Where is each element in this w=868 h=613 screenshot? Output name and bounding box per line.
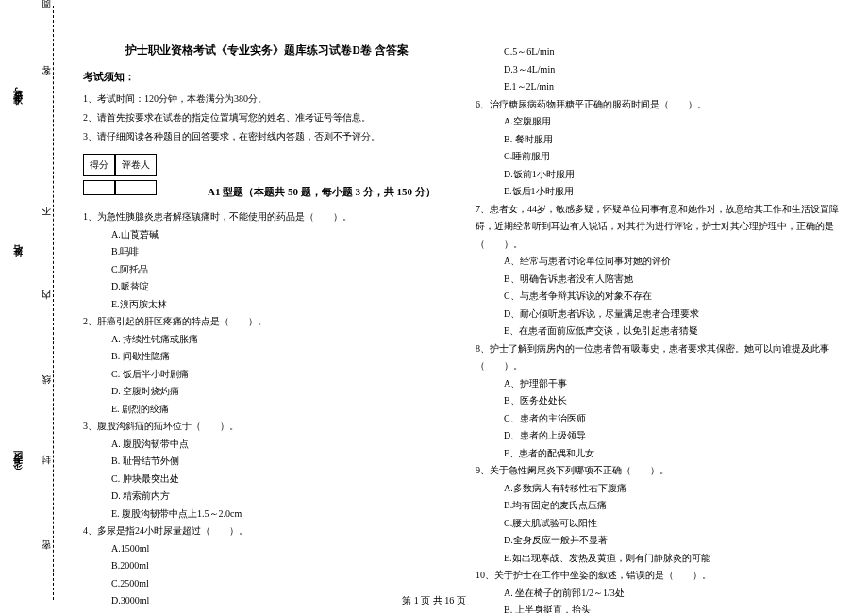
- q3-opt-b: B. 耻骨结节外侧: [111, 453, 451, 471]
- q2-opt-d: D. 空腹时烧灼痛: [111, 383, 451, 401]
- q2-opt-a: A. 持续性钝痛或胀痛: [111, 331, 451, 349]
- question-block: 1、为急性胰腺炎患者解痉镇痛时，不能使用的药品是（ ）。 A.山莨菪碱 B.吗啡…: [83, 208, 451, 613]
- reviewer-blank: [115, 180, 157, 195]
- admit-number-line: [25, 98, 25, 162]
- q9-opt-c: C.腰大肌试验可以阳性: [504, 515, 843, 533]
- q1-stem: 1、为急性胰腺炎患者解痉镇痛时，不能使用的药品是（ ）。: [83, 208, 451, 226]
- q6-opt-b: B. 餐时服用: [504, 131, 843, 149]
- binding-char-xian: 线: [40, 387, 53, 392]
- binding-char-nei: 内: [40, 302, 53, 307]
- left-column: 护士职业资格考试《专业实务》题库练习试卷D卷 含答案 考试须知： 1、考试时间：…: [83, 43, 451, 613]
- name-line: [25, 243, 25, 298]
- q2-stem: 2、肝癌引起的肝区疼痛的特点是（ ）。: [83, 313, 451, 331]
- binding-char-ke: 客: [40, 77, 53, 83]
- q6-opt-a: A.空腹服用: [504, 113, 843, 131]
- q1-opt-d: D.哌替啶: [111, 278, 451, 296]
- q3-opt-a: A. 腹股沟韧带中点: [111, 436, 451, 454]
- q2-opt-e: E. 剧烈的绞痛: [111, 401, 451, 419]
- q9-opt-e: E.如出现寒战、发热及黄疸，则有门静脉炎的可能: [504, 550, 843, 568]
- q7-opt-b: B、明确告诉患者没有人陪害她: [504, 271, 843, 289]
- binding-char-feng: 封: [40, 467, 53, 472]
- page-footer: 第 1 页 共 16 页: [0, 594, 868, 607]
- binding-margin: 圆 客 准考证号 不 姓名 内 线 封 省（市区） 密: [0, 0, 68, 604]
- q8-opt-e: E、患者的配偶和儿女: [504, 445, 843, 463]
- q2-opt-b: B. 间歇性隐痛: [111, 348, 451, 366]
- section-a1-heading: A1 型题（本题共 50 题，每小题 3 分，共 150 分）: [208, 180, 436, 203]
- q4-stem: 4、多尿是指24小时尿量超过（ ）。: [83, 522, 451, 540]
- q8-opt-a: A、护理部干事: [504, 375, 843, 393]
- instruction-1: 1、考试时间：120分钟，本卷满分为380分。: [83, 90, 451, 108]
- q7-opt-c: C、与患者争辩其诉说的对象不存在: [504, 288, 843, 306]
- score-row: 得分 评卷人: [83, 154, 451, 176]
- q4-opt-a: A.1500ml: [111, 540, 451, 558]
- q4-opt-b: B.2000ml: [111, 557, 451, 575]
- q2-opt-c: C. 饭后半小时剧痛: [111, 366, 451, 384]
- exam-title: 护士职业资格考试《专业实务》题库练习试卷D卷 含答案: [83, 43, 451, 58]
- q9-opt-d: D.全身反应一般并不显著: [504, 532, 843, 550]
- q5-opt-c: C.5～6L/min: [504, 43, 843, 61]
- q10-stem: 10、关于护士在工作中坐姿的叙述，错误的是（ ）。: [476, 567, 843, 585]
- score-blank: [83, 180, 115, 195]
- q7-opt-a: A、经常与患者讨论单位同事对她的评价: [504, 253, 843, 271]
- binding-char-circle: 圆: [40, 9, 53, 15]
- q1-opt-c: C.阿托品: [111, 261, 451, 279]
- province-line: [25, 441, 25, 515]
- q3-opt-d: D. 精索前内方: [111, 488, 451, 505]
- q1-opt-e: E.溴丙胺太林: [111, 296, 451, 314]
- notice-heading: 考试须知：: [83, 71, 451, 84]
- q3-stem: 3、腹股沟斜疝的疝环位于（ ）。: [83, 418, 451, 436]
- q1-opt-a: A.山莨菪碱: [111, 226, 451, 244]
- right-column: C.5～6L/min D.3～4L/min E.1～2L/min 6、治疗糖尿病…: [476, 43, 843, 613]
- instruction-2: 2、请首先按要求在试卷的指定位置填写您的姓名、准考证号等信息。: [83, 108, 451, 127]
- q7-stem: 7、患者女，44岁，敏感多疑，怀疑单位同事有意和她作对，故意给其工作和生活设置障…: [476, 201, 843, 254]
- q5-opt-e: E.1～2L/min: [504, 78, 843, 96]
- binding-char-mi: 密: [40, 552, 53, 557]
- q6-stem: 6、治疗糖尿病药物拜糖平正确的服药时间是（ ）。: [476, 96, 843, 114]
- q3-opt-c: C. 肿块最突出处: [111, 471, 451, 489]
- q4-opt-e: E.3500ml: [111, 610, 451, 614]
- q8-stem: 8、护士了解到病房内的一位患者曾有吸毒史，患者要求其保密。她可以向谁提及此事（ …: [476, 340, 843, 375]
- q7-opt-e: E、在患者面前应低声交谈，以免引起患者猜疑: [504, 323, 843, 340]
- q5-opt-d: D.3～4L/min: [504, 61, 843, 79]
- name-label: 姓名: [11, 259, 25, 265]
- q6-opt-e: E.饭后1小时服用: [504, 183, 843, 201]
- reviewer-box: 评卷人: [115, 154, 157, 176]
- q9-opt-a: A.多数病人有转移性右下腹痛: [504, 480, 843, 498]
- q3-opt-e: E. 腹股沟韧带中点上1.5～2.0cm: [111, 505, 451, 523]
- binding-char-bu: 不: [40, 217, 53, 223]
- q4-opt-c: C.2500ml: [111, 575, 451, 593]
- page-body: 护士职业资格考试《专业实务》题库练习试卷D卷 含答案 考试须知： 1、考试时间：…: [83, 43, 847, 613]
- q8-opt-d: D、患者的上级领导: [504, 427, 843, 445]
- q8-opt-b: B、医务处处长: [504, 392, 843, 410]
- q8-opt-c: C、患者的主治医师: [504, 410, 843, 428]
- instruction-3: 3、请仔细阅读各种题目的回答要求，在密封线内答题，否则不予评分。: [83, 127, 451, 146]
- q7-opt-d: D、耐心倾听患者诉说，尽量满足患者合理要求: [504, 306, 843, 323]
- score-box: 得分: [83, 154, 115, 176]
- q1-opt-b: B.吗啡: [111, 243, 451, 261]
- q6-opt-c: C.睡前服用: [504, 148, 843, 166]
- q6-opt-d: D.饭前1小时服用: [504, 166, 843, 184]
- q9-opt-b: B.均有固定的麦氏点压痛: [504, 497, 843, 515]
- province-label: 省（市区）: [11, 462, 25, 476]
- q9-stem: 9、关于急性阑尾炎下列哪项不正确（ ）。: [476, 462, 843, 480]
- admit-number-label: 准考证号: [11, 102, 25, 113]
